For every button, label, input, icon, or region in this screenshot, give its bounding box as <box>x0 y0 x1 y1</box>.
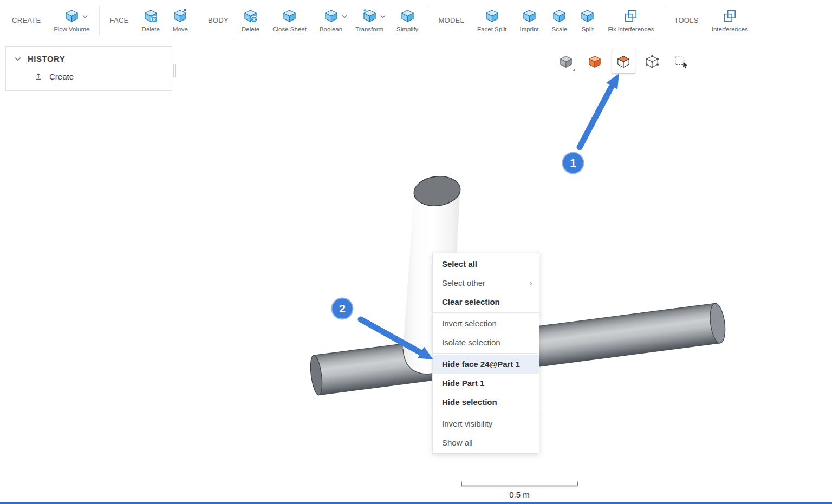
chevron-down-icon[interactable] <box>380 15 386 18</box>
selection-mode-toolbar <box>554 50 693 74</box>
vertex-cube-icon <box>645 55 659 69</box>
tool-label: Close Sheet <box>272 26 307 32</box>
tool-body-delete[interactable]: Delete <box>242 9 259 32</box>
menu-item-isolate-selection[interactable]: Isolate selection <box>433 333 539 352</box>
context-menu: Select all Select other › Clear selectio… <box>432 253 540 454</box>
transform-icon <box>362 9 377 23</box>
fix-interferences-icon <box>623 9 638 23</box>
delete-body-icon <box>243 9 258 23</box>
interferences-icon <box>723 9 737 23</box>
group-label-create: CREATE <box>12 16 41 24</box>
tool-label: Move <box>173 26 188 32</box>
group-label-tools: TOOLS <box>674 16 698 24</box>
tool-face-move[interactable]: Move <box>173 9 188 32</box>
menu-item-select-all[interactable]: Select all <box>433 254 539 273</box>
split-icon <box>580 9 595 23</box>
tool-label: Transform <box>355 26 384 32</box>
close-sheet-icon <box>282 9 297 23</box>
boolean-icon <box>324 9 339 23</box>
tool-label: Scale <box>552 26 568 32</box>
tool-imprint[interactable]: Imprint <box>519 9 538 32</box>
tool-label: Flow Volume <box>54 26 90 32</box>
group-label-face: FACE <box>109 16 128 24</box>
tool-label: Fix interferences <box>608 26 654 32</box>
imprint-icon <box>522 9 537 23</box>
tool-flow-volume[interactable]: Flow Volume <box>54 9 90 32</box>
chevron-down-icon[interactable] <box>82 15 88 18</box>
tool-label: Boolean <box>320 26 342 32</box>
tool-boolean[interactable]: Boolean <box>320 9 342 32</box>
panel-drag-handle[interactable] <box>173 64 176 77</box>
history-item-create[interactable]: Create <box>6 69 172 90</box>
submenu-arrow-icon: › <box>529 278 532 287</box>
face-cube-icon <box>616 55 630 69</box>
toolbar-group-model: MODEL Facet Split Imprint Scale Split Fi… <box>428 6 664 35</box>
toolbar-group-face: FACE Delete Move <box>100 6 198 35</box>
face-select-button[interactable] <box>612 50 635 74</box>
marquee-icon <box>674 55 688 69</box>
dropdown-corner-icon <box>573 68 575 71</box>
tool-face-delete[interactable]: Delete <box>142 9 160 32</box>
tool-close-sheet[interactable]: Close Sheet <box>272 9 307 32</box>
tool-split[interactable]: Split <box>580 9 595 32</box>
menu-divider <box>433 353 539 354</box>
menu-item-hide-selection[interactable]: Hide selection <box>433 392 539 411</box>
tool-scale[interactable]: Scale <box>552 9 568 32</box>
menu-divider <box>433 413 539 413</box>
tool-facet-split[interactable]: Facet Split <box>477 9 506 32</box>
group-label-body: BODY <box>208 16 229 24</box>
toolbar-group-body: BODY Delete Close Sheet Boolean Transfor… <box>198 6 428 35</box>
tool-label: Split <box>582 26 594 32</box>
tool-fix-interferences[interactable]: Fix interferences <box>608 9 654 32</box>
scale-icon <box>552 9 567 23</box>
tool-label: Facet Split <box>477 26 506 32</box>
tool-interferences[interactable]: Interferences <box>712 9 748 32</box>
facet-split-icon <box>485 9 499 23</box>
history-panel-title: HISTORY <box>28 54 65 63</box>
grey-cube-icon <box>559 55 573 69</box>
menu-item-invert-selection[interactable]: Invert selection <box>433 314 539 333</box>
bottom-edge-bar <box>0 502 832 504</box>
upload-icon <box>33 71 44 82</box>
menu-item-select-other[interactable]: Select other › <box>433 273 539 292</box>
tool-label: Interferences <box>712 26 748 32</box>
menu-item-show-all[interactable]: Show all <box>433 433 539 452</box>
tool-transform[interactable]: Transform <box>355 9 384 32</box>
history-panel: HISTORY Create <box>5 46 172 91</box>
toolbar-group-tools: TOOLS Interferences <box>664 6 757 35</box>
vertex-select-button[interactable] <box>640 50 664 74</box>
scale-bar-label: 0.5 m <box>476 490 563 499</box>
simplify-icon <box>400 9 415 23</box>
orange-cube-icon <box>588 55 602 69</box>
tool-label: Delete <box>142 26 160 32</box>
volume-select-button[interactable] <box>554 50 578 74</box>
menu-item-invert-visibility[interactable]: Invert visibility <box>433 414 539 433</box>
tool-label: Simplify <box>396 26 418 32</box>
history-item-label: Create <box>49 72 74 81</box>
history-header[interactable]: HISTORY <box>6 47 172 69</box>
main-toolbar: CREATE Flow Volume FACE Delete Move BODY… <box>0 0 832 41</box>
tool-simplify[interactable]: Simplify <box>396 9 418 32</box>
body-select-button[interactable] <box>583 50 607 74</box>
move-icon <box>173 9 187 23</box>
chevron-down-icon[interactable] <box>342 15 347 18</box>
delete-face-icon <box>144 9 158 23</box>
menu-item-hide-part[interactable]: Hide Part 1 <box>433 374 539 392</box>
scale-bar <box>461 482 577 487</box>
menu-item-clear-selection[interactable]: Clear selection <box>433 292 539 311</box>
menu-divider <box>433 312 539 313</box>
tool-label: Delete <box>242 26 259 32</box>
tool-label: Imprint <box>519 26 538 32</box>
marquee-select-button[interactable] <box>669 50 693 74</box>
flow-volume-icon <box>64 9 79 23</box>
chevron-down-icon <box>15 57 21 61</box>
toolbar-group-create: CREATE Flow Volume <box>2 6 100 35</box>
group-label-model: MODEL <box>438 16 464 24</box>
menu-item-hide-face[interactable]: Hide face 24@Part 1 <box>433 355 539 374</box>
